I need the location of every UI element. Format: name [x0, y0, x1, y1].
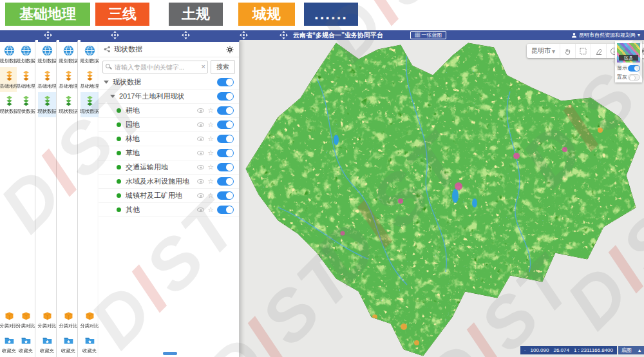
tab-more[interactable]: ...... [304, 3, 358, 26]
sidebar-item-planning-data[interactable]: 规划数据 [80, 42, 99, 67]
sidebar-item-basic-geography[interactable]: 基础地理 [59, 67, 77, 92]
move-compass-icon[interactable] [240, 31, 248, 39]
star-icon[interactable]: ☆ [207, 164, 214, 171]
move-compass-icon[interactable] [44, 31, 52, 39]
sidebar-item-category-compare[interactable]: 分类对比 [80, 307, 99, 332]
map-canvas[interactable] [240, 40, 644, 357]
show-toggle[interactable] [628, 65, 640, 72]
sidebar-item-category-compare[interactable]: 分类对比 [59, 307, 77, 332]
search-button[interactable]: 搜索 [211, 60, 235, 74]
move-compass-icon[interactable] [111, 31, 119, 39]
sidebar-item-basic-geography[interactable]: 基础地理 [80, 67, 99, 92]
pan-hand-button[interactable] [560, 44, 575, 58]
sidebar-item-current-data[interactable]: 现状数据 [0, 92, 18, 117]
layer-row[interactable]: 城镇村及工矿用地 ☆ [99, 189, 239, 203]
clear-search-icon[interactable]: × [202, 63, 205, 70]
layer-toggle[interactable] [217, 191, 234, 200]
sidebar-item-basic-geography[interactable]: 基础地理 [17, 67, 35, 92]
star-icon[interactable]: ☆ [207, 178, 214, 185]
star-icon[interactable]: ☆ [207, 192, 214, 199]
basemap-switcher[interactable]: 底图 ▴ [618, 346, 644, 354]
sidebar-item-basic-geography[interactable]: 基础地理 [38, 67, 56, 92]
sidebar-item-favorites[interactable]: 收藏夹 [17, 332, 35, 357]
tab-basic-geography[interactable]: 基础地理 [5, 3, 90, 26]
sidebar-item-current-data[interactable]: 现状数据 [80, 92, 99, 117]
layers-icon [84, 95, 95, 106]
tree-root-row[interactable]: 现状数据 [99, 75, 239, 90]
city-dropdown[interactable]: 昆明市 ▾ [527, 46, 560, 55]
caret-down-icon[interactable] [110, 95, 115, 98]
sidebar-item-planning-data[interactable]: 规划数据 [38, 42, 56, 67]
eye-icon[interactable] [197, 179, 204, 184]
globe-icon [42, 45, 53, 56]
layer-row[interactable]: 耕地 ☆ [99, 104, 239, 118]
box-select-button[interactable] [575, 44, 591, 58]
sidebar-strip: 规划数据 基础地理 现状数据 分类对比 收藏夹 [17, 40, 35, 357]
move-compass-icon[interactable] [279, 31, 288, 39]
layer-row[interactable]: 其他 ☆ [99, 203, 239, 217]
move-compass-icon[interactable] [182, 31, 190, 39]
caret-down-icon[interactable] [104, 81, 109, 84]
tree-group-row[interactable]: 2017年土地利用现状 [99, 90, 239, 104]
layer-row[interactable]: 水域及水利设施用地 ☆ [99, 175, 239, 189]
star-icon[interactable]: ☆ [207, 150, 214, 157]
layer-toggle[interactable] [217, 206, 234, 214]
sidebar-item-favorites[interactable]: 收藏夹 [0, 332, 18, 357]
layer-row[interactable]: 林地 ☆ [99, 132, 239, 146]
sidebar-item-category-compare[interactable]: 分类对比 [38, 307, 56, 332]
layer-row[interactable]: 园地 ☆ [99, 118, 239, 132]
one-blueprint-button[interactable]: ▦ 一张蓝图 [410, 31, 446, 39]
sidebar-item-favorites[interactable]: 收藏夹 [80, 332, 99, 357]
tab-urban-plan[interactable]: 城规 [238, 3, 295, 26]
star-icon[interactable]: ☆ [207, 135, 214, 142]
eye-icon[interactable] [197, 151, 204, 155]
overview-map-thumbnail[interactable]: 区县 [617, 43, 640, 63]
eye-icon[interactable] [197, 165, 204, 169]
sidebar-item-category-compare[interactable]: 分类对比 [0, 307, 18, 332]
eye-icon[interactable] [197, 122, 204, 127]
sidebar-item-planning-data[interactable]: 规划数据 [0, 42, 18, 67]
layer-toggle[interactable] [217, 163, 234, 171]
layer-toggle[interactable] [217, 78, 234, 86]
sidebar-item-planning-data[interactable]: 规划数据 [59, 42, 77, 67]
latitude-value: 26.074 [553, 347, 569, 353]
sidebar-item-favorites[interactable]: 收藏夹 [59, 332, 77, 357]
eye-icon[interactable] [197, 108, 204, 113]
eraser-icon [594, 47, 603, 55]
tab-land-plan[interactable]: 土规 [169, 3, 223, 26]
gray-toggle[interactable] [628, 74, 640, 81]
eye-icon[interactable] [197, 207, 204, 212]
star-icon[interactable]: ☆ [207, 121, 214, 128]
layer-toggle[interactable] [217, 106, 234, 115]
layer-row[interactable]: 草地 ☆ [99, 146, 239, 160]
horizontal-scrollbar[interactable] [163, 352, 177, 355]
sidebar-item-favorites[interactable]: 收藏夹 [38, 332, 56, 357]
eye-icon[interactable] [197, 193, 204, 198]
search-input[interactable] [102, 61, 208, 73]
sidebar-item-current-data[interactable]: 现状数据 [17, 92, 35, 117]
eraser-button[interactable] [591, 44, 606, 58]
gear-icon[interactable] [226, 46, 234, 53]
folder-star-icon [63, 335, 74, 346]
tab-three-lines[interactable]: 三线 [95, 3, 149, 26]
layer-toggle[interactable] [217, 177, 234, 186]
overview-card: 区县 显示 置灰 [615, 41, 642, 82]
sidebar-item-current-data[interactable]: 现状数据 [59, 92, 77, 117]
platform-title: 云南省“多规合一”业务协同平台 [293, 30, 383, 40]
star-icon[interactable]: ☆ [207, 206, 214, 213]
user-menu[interactable]: 昆明市自然资源和规划局 ▾ [571, 30, 640, 40]
layer-row[interactable]: 交通运输用地 ☆ [99, 160, 239, 175]
sidebar-item-planning-data[interactable]: 规划数据 [17, 42, 35, 67]
sidebar-strip: 规划数据 基础地理 现状数据 分类对比 收藏夹 [38, 40, 57, 357]
province-landuse-map [240, 40, 644, 357]
eye-icon[interactable] [197, 137, 204, 141]
star-icon[interactable]: ☆ [207, 107, 214, 114]
sidebar-item-current-data[interactable]: 现状数据 [38, 92, 56, 117]
layer-toggle[interactable] [217, 92, 234, 101]
layer-toggle[interactable] [217, 149, 234, 157]
sidebar-item-basic-geography[interactable]: 基础地理 [0, 67, 18, 92]
layer-color-dot [117, 108, 121, 113]
layer-toggle[interactable] [217, 135, 234, 143]
sidebar-item-category-compare[interactable]: 分类对比 [17, 307, 35, 332]
layer-toggle[interactable] [217, 121, 234, 129]
